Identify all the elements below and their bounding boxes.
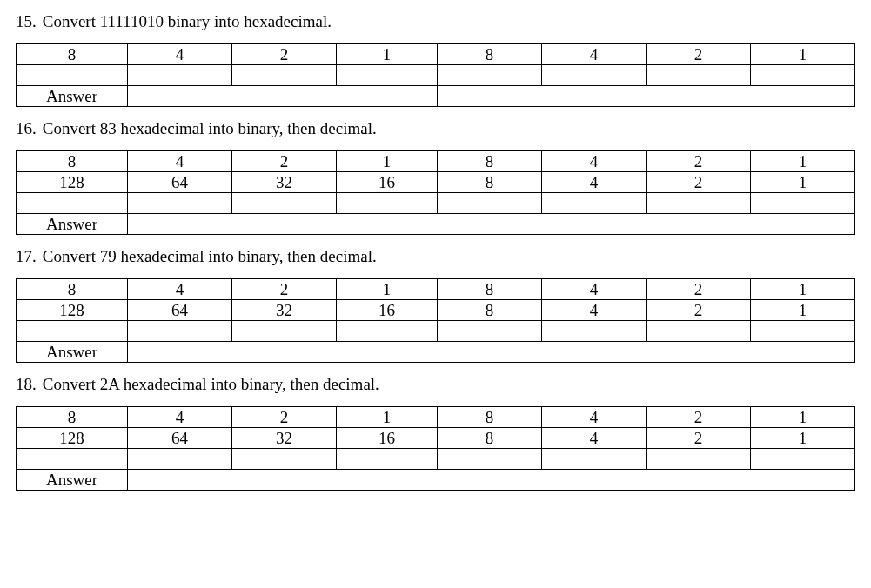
question-18: 18. Convert 2A hexadecimal into binary, … [16, 375, 855, 491]
blank-cell [232, 449, 337, 470]
answer-label: Answer [17, 214, 128, 235]
question-text: Convert 11111010 binary into hexadecimal… [43, 12, 332, 30]
blank-cell [17, 321, 128, 342]
header-cell: 4 [128, 151, 232, 172]
weight-cell: 4 [542, 300, 647, 321]
weight-cell: 1 [751, 428, 855, 449]
table-row: 8 4 2 1 8 4 2 1 [17, 151, 855, 172]
table-row [17, 193, 855, 214]
blank-cell [17, 449, 128, 470]
weight-cell: 32 [232, 172, 337, 193]
blank-cell [751, 65, 855, 86]
header-cell: 8 [17, 44, 128, 65]
header-cell: 1 [337, 279, 438, 300]
weight-cell: 128 [17, 300, 128, 321]
table-row [17, 65, 855, 86]
conversion-table: 8 4 2 1 8 4 2 1 Answer [16, 43, 855, 107]
answer-row: Answer [17, 342, 855, 363]
weight-cell: 16 [337, 300, 438, 321]
blank-cell [647, 321, 751, 342]
header-cell: 1 [337, 151, 438, 172]
weight-cell: 8 [438, 172, 542, 193]
header-cell: 8 [438, 151, 542, 172]
weight-cell: 1 [751, 172, 855, 193]
table-row: 128 64 32 16 8 4 2 1 [17, 428, 855, 449]
header-cell: 8 [17, 407, 128, 428]
blank-cell [337, 449, 438, 470]
blank-cell [438, 65, 542, 86]
header-cell: 4 [542, 44, 647, 65]
blank-cell [232, 321, 337, 342]
table-row: 8 4 2 1 8 4 2 1 [17, 44, 855, 65]
header-cell: 1 [751, 151, 855, 172]
question-17: 17. Convert 79 hexadecimal into binary, … [16, 247, 855, 363]
conversion-table: 8 4 2 1 8 4 2 1 128 64 32 16 8 4 2 1 [16, 278, 855, 363]
blank-cell [647, 65, 751, 86]
weight-cell: 2 [647, 300, 751, 321]
weight-cell: 4 [542, 428, 647, 449]
weight-cell: 128 [17, 428, 128, 449]
header-cell: 2 [647, 279, 751, 300]
question-number: 15. [16, 12, 38, 31]
answer-cell [438, 86, 855, 107]
blank-cell [337, 321, 438, 342]
question-number: 18. [16, 375, 38, 394]
weight-cell: 32 [232, 428, 337, 449]
table-row: 128 64 32 16 8 4 2 1 [17, 172, 855, 193]
header-cell: 8 [438, 279, 542, 300]
blank-cell [542, 65, 647, 86]
weight-cell: 4 [542, 172, 647, 193]
answer-cell [128, 342, 855, 363]
answer-row: Answer [17, 214, 855, 235]
weight-cell: 1 [751, 300, 855, 321]
question-number: 16. [16, 119, 38, 138]
conversion-table: 8 4 2 1 8 4 2 1 128 64 32 16 8 4 2 1 [16, 150, 855, 235]
answer-label: Answer [17, 342, 128, 363]
answer-label: Answer [17, 86, 128, 107]
weight-cell: 64 [128, 428, 232, 449]
blank-cell [337, 65, 438, 86]
answer-row: Answer [17, 470, 855, 491]
blank-cell [17, 65, 128, 86]
answer-cell [128, 86, 438, 107]
header-cell: 8 [17, 279, 128, 300]
answer-cell [128, 214, 855, 235]
weight-cell: 8 [438, 428, 542, 449]
question-prompt: 15. Convert 11111010 binary into hexadec… [16, 12, 855, 31]
question-15: 15. Convert 11111010 binary into hexadec… [16, 12, 855, 107]
answer-label: Answer [17, 470, 128, 491]
header-cell: 8 [438, 407, 542, 428]
question-number: 17. [16, 247, 38, 266]
header-cell: 4 [128, 44, 232, 65]
weight-cell: 64 [128, 172, 232, 193]
header-cell: 4 [542, 407, 647, 428]
header-cell: 1 [751, 407, 855, 428]
blank-cell [647, 193, 751, 214]
weight-cell: 64 [128, 300, 232, 321]
blank-cell [751, 449, 855, 470]
header-cell: 2 [647, 151, 751, 172]
question-text: Convert 2A hexadecimal into binary, then… [43, 375, 379, 393]
blank-cell [542, 193, 647, 214]
answer-cell [128, 470, 855, 491]
weight-cell: 128 [17, 172, 128, 193]
header-cell: 1 [751, 279, 855, 300]
blank-cell [438, 321, 542, 342]
blank-cell [128, 321, 232, 342]
blank-cell [232, 65, 337, 86]
question-text: Convert 83 hexadecimal into binary, then… [43, 119, 377, 137]
weight-cell: 32 [232, 300, 337, 321]
blank-cell [17, 193, 128, 214]
question-text: Convert 79 hexadecimal into binary, then… [43, 247, 377, 265]
header-cell: 4 [542, 279, 647, 300]
header-cell: 2 [232, 279, 337, 300]
blank-cell [542, 449, 647, 470]
weight-cell: 16 [337, 428, 438, 449]
weight-cell: 2 [647, 428, 751, 449]
question-prompt: 17. Convert 79 hexadecimal into binary, … [16, 247, 855, 266]
header-cell: 1 [337, 44, 438, 65]
table-row [17, 321, 855, 342]
header-cell: 4 [542, 151, 647, 172]
header-cell: 2 [647, 407, 751, 428]
header-cell: 8 [438, 44, 542, 65]
